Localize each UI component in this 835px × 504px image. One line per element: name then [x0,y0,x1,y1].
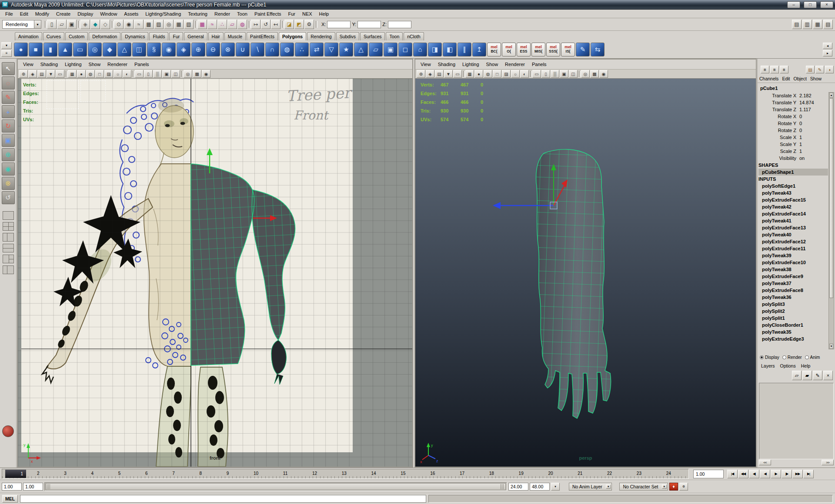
input-connections-icon[interactable]: ↦ [251,20,261,29]
default-material-icon[interactable]: ◉ [599,70,608,78]
channel-attribute-name[interactable]: Translate Z [758,106,798,113]
character-set-dropdown[interactable]: No Character Set ▾ [619,483,668,491]
menu-item[interactable]: NEX [299,10,316,18]
channel-attribute-name[interactable]: Rotate Y [758,120,798,127]
step-back-one-frame-button[interactable]: ◀| [749,470,759,478]
create-layer-from-selected-icon[interactable]: ▰ [802,371,812,380]
poly-platonic-icon[interactable]: ◈ [177,43,190,56]
step-back-one-key-button[interactable]: ◀◀ [738,470,748,478]
layout-two-pane-side-button[interactable] [3,233,14,242]
viewport-menu-item[interactable]: Renderer [104,61,131,68]
menu-item[interactable]: Window [97,10,120,18]
channel-box-menu[interactable]: Object [792,75,808,83]
use-lighting-icon[interactable]: ☼ [511,70,520,78]
channel-input-node[interactable]: polySplit2 [758,308,828,315]
load-attributes-icon[interactable]: ▤ [806,66,815,73]
poly-soccer-ball-icon[interactable]: ◉ [162,43,176,56]
menu-item[interactable]: Edit [17,10,32,18]
menu-set-selector[interactable]: Rendering ▼ [2,20,41,29]
universal-manipulator-icon[interactable]: ⊕ [2,148,15,161]
scrollbar-thumb[interactable] [829,98,833,298]
mel-script-icon[interactable]: mel MIS( [531,43,545,56]
show-manipulator-icon[interactable]: ⊗ [2,177,15,190]
layer-mode-radio[interactable]: Render [782,355,802,360]
mask-joints-icon[interactable]: ◉ [124,20,134,29]
channel-input-node[interactable]: polyTweak37 [758,280,828,287]
select-tool-icon[interactable]: ↖ [2,62,15,75]
menu-item[interactable]: Paint Effects [251,10,285,18]
select-by-hierarchy-icon[interactable]: ◈ [80,20,90,29]
channel-attribute-name[interactable]: Translate X [758,92,798,99]
last-tool-icon[interactable]: ↺ [2,191,15,204]
poly-cube-icon[interactable]: ■ [29,43,43,56]
step-forward-one-key-button[interactable]: ▶▶ [792,470,803,478]
channel-value-field[interactable]: 2.182 [798,92,828,99]
mask-dynamics-icon[interactable]: ◎ [164,20,174,29]
construction-history-icon[interactable]: ↺ [261,20,271,29]
separate-icon[interactable]: ⊖ [206,43,220,56]
channel-input-node[interactable]: polyTweak42 [758,203,828,210]
select-by-object-icon[interactable]: ◆ [90,20,100,29]
snap-to-points-icon[interactable]: ∴ [217,20,227,29]
shelf-tab[interactable]: Dynamics [121,32,148,40]
channel-box-menu[interactable]: Channels [758,75,780,83]
viewport-menu-item[interactable]: View [417,61,434,68]
channel-input-node[interactable]: polyTweak43 [758,189,828,196]
shelf-tab[interactable]: Deformation [89,32,120,40]
channel-attribute-name[interactable]: Rotate X [758,113,798,120]
time-slider-strip[interactable]: 23456789101112131415161718192021222324 [2,469,689,479]
mask-handles-icon[interactable]: ⊙ [114,20,124,29]
channel-control-icon[interactable]: ◑ [825,66,834,73]
textured-mode-icon[interactable]: ▨ [104,70,113,78]
separator[interactable] [314,20,317,29]
layer-list[interactable] [759,383,834,459]
channel-attribute-name[interactable]: Scale X [758,134,798,141]
shelf-tab[interactable]: Fluids [149,32,168,40]
shelf-tab[interactable]: Rendering [307,32,335,40]
create-polygon-icon[interactable]: ⌂ [413,43,427,56]
menu-item[interactable]: Lighting/Shading [142,10,184,18]
append-polygon-icon[interactable]: ◨ [428,43,442,56]
menu-item[interactable]: Fur [284,10,299,18]
layer-editor-menu[interactable]: Help [798,362,813,370]
shelf-tab[interactable]: PaintEffects [247,32,278,40]
output-connections-icon[interactable]: ↤ [271,20,281,29]
open-scene-icon[interactable]: ▱ [57,20,67,29]
bounding-box-icon[interactable]: □ [493,70,501,78]
layout-persp-outliner-button[interactable] [3,265,14,274]
shadows-icon[interactable]: ◐ [123,70,131,78]
channel-input-node[interactable]: polyExtrudeFace9 [758,273,828,280]
viewport-menu-item[interactable]: Show [483,61,502,68]
safe-action-icon[interactable]: ▣ [560,70,568,78]
channel-value-field[interactable]: 1 [798,134,828,141]
viewport-menu-item[interactable]: Panels [528,61,550,68]
y-input-field[interactable] [357,21,381,28]
mel-script-icon[interactable]: mel ESS [517,43,531,56]
extract-icon[interactable]: ⊗ [221,43,235,56]
channel-input-node[interactable]: polyCloseBorder1 [758,322,828,328]
chevron-down-icon[interactable]: ▾ [606,484,611,489]
mask-surfaces-icon[interactable]: ▩ [144,20,154,29]
menu-item[interactable]: Modify [32,10,53,18]
show-channels-layers-icon[interactable]: ≡ [780,66,788,73]
channel-input-node[interactable]: polyExtrudeFace8 [758,287,828,294]
poly-prism-icon[interactable]: ◆ [103,43,117,56]
poly-pipe-icon[interactable]: ◫ [132,43,146,56]
channel-value-field[interactable]: 14.874 [798,99,828,106]
shelf-tab-switch-button[interactable]: ▾ [1,42,12,49]
field-chart-icon[interactable]: ▒ [551,70,559,78]
show-tool-settings-button[interactable]: ▥ [802,20,812,29]
separator[interactable] [65,70,67,78]
shelf-menu-button[interactable]: ≡ [1,50,12,57]
paint-attributes-icon[interactable]: ✎ [815,66,824,73]
viewport-menu-item[interactable]: Lighting [61,61,85,68]
shelf-scroll-right-button[interactable]: ▸ [823,50,832,56]
cleanup-icon[interactable]: ★ [339,43,353,56]
separator[interactable] [529,70,532,78]
mask-deformations-icon[interactable]: ▨ [154,20,164,29]
viewport-menu-item[interactable]: Show [85,61,104,68]
use-lighting-icon[interactable]: ☼ [114,70,122,78]
channel-input-node[interactable]: polyExtrudeFace13 [758,224,828,231]
shelf-tab[interactable]: Curves [43,32,64,40]
channel-value-field[interactable]: 0 [798,127,828,134]
